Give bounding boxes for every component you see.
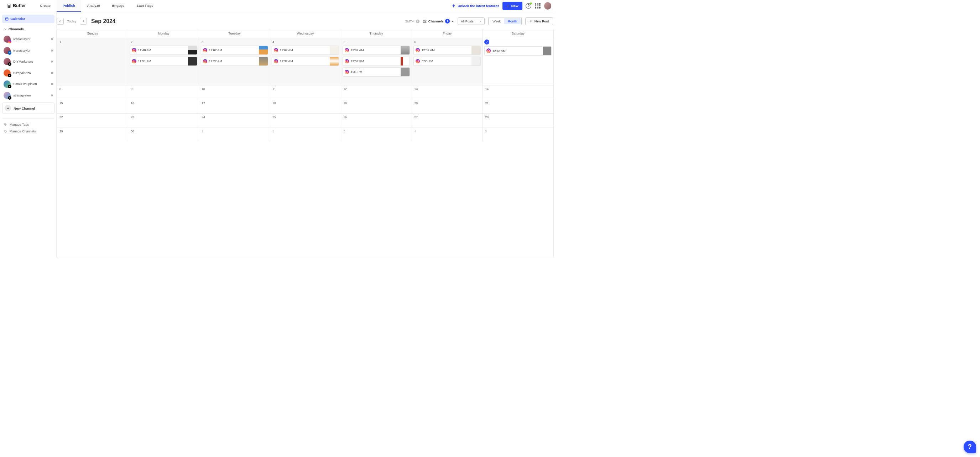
calendar-event[interactable]: 12:22 AM <box>201 57 268 66</box>
manage-channels-link[interactable]: Manage Channels <box>2 128 54 135</box>
day-number: 19 <box>342 101 348 105</box>
calendar-event[interactable]: 4:31 PM <box>342 67 410 76</box>
event-thumbnail <box>188 57 197 65</box>
nav-publish[interactable]: Publish <box>57 0 81 12</box>
calendar-day-cell[interactable]: 24 <box>199 114 270 127</box>
calendar-event[interactable]: 11:51 AM <box>130 57 197 66</box>
calendar-day-cell[interactable]: 20 <box>412 99 482 113</box>
event-thumbnail <box>471 57 480 65</box>
channels-header[interactable]: Channels <box>2 23 54 33</box>
nav-engage[interactable]: Engage <box>106 0 131 12</box>
calendar-day-cell[interactable]: 6 12:02 AM 3:55 PM <box>412 38 482 85</box>
calendar-day-cell[interactable]: 10 <box>199 86 270 99</box>
calendar-event[interactable]: 3:55 PM <box>414 57 481 66</box>
apps-button[interactable] <box>535 3 541 9</box>
event-time: 11:51 AM <box>138 59 187 63</box>
sidebar-item-calendar[interactable]: Calendar <box>2 14 54 24</box>
calendar-day-cell[interactable]: 5 12:02 AM 12:57 PM 4:31 PM <box>341 38 412 85</box>
calendar-day-cell[interactable]: 30 <box>128 127 199 142</box>
calendar-day-cell[interactable]: 2 <box>270 127 341 142</box>
calendar-day-cell[interactable]: 8 <box>57 86 128 99</box>
manage-tags-link[interactable]: Manage Tags <box>2 121 54 128</box>
calendar-grid: SundayMondayTuesdayWednesdayThursdayFrid… <box>57 29 554 258</box>
day-number: 23 <box>130 115 135 119</box>
calendar-day-cell[interactable]: 11 <box>270 86 341 99</box>
day-number: 5 <box>484 129 487 133</box>
calendar-day-cell[interactable]: 3 <box>341 127 412 142</box>
calendar-day-cell[interactable]: 1 <box>199 127 270 142</box>
sidebar-channel-item[interactable]: 𝕏 Bizapalooza 0 <box>2 67 54 79</box>
weekday-header: Tuesday <box>199 29 270 38</box>
new-channel-label: New Channel <box>14 106 35 110</box>
calendar-event[interactable]: 12:02 AM <box>201 46 268 55</box>
channels-dropdown[interactable]: Channels 1 <box>423 19 454 23</box>
weekday-header: Sunday <box>57 29 128 38</box>
view-week-button[interactable]: Week <box>489 18 504 24</box>
calendar-day-cell[interactable]: 28 <box>482 114 554 127</box>
calendar-day-cell[interactable]: 1 <box>57 38 128 85</box>
nav-analyze[interactable]: Analyze <box>81 0 106 12</box>
event-time: 12:02 AM <box>280 48 329 52</box>
today-button[interactable]: Today <box>66 19 77 23</box>
posts-filter-dropdown[interactable]: All Posts <box>458 17 485 25</box>
calendar-day-cell[interactable]: 16 <box>128 99 199 113</box>
calendar-day-cell[interactable]: 27 <box>412 114 482 127</box>
calendar-event[interactable]: 12:02 AM <box>342 46 410 55</box>
next-button[interactable] <box>80 18 86 25</box>
calendar-event[interactable]: 12:02 AM <box>272 46 339 55</box>
sidebar-channel-item[interactable]: 𝕏 strategystew 0 <box>2 90 54 101</box>
svg-rect-1 <box>423 20 425 21</box>
calendar-day-cell[interactable]: 21 <box>482 99 554 113</box>
logo[interactable]: Buffer <box>3 3 30 8</box>
calendar-day-cell[interactable]: 7 12:48 AM <box>482 38 554 85</box>
nav-create[interactable]: Create <box>34 0 57 12</box>
event-time: 12:02 AM <box>209 48 258 52</box>
prev-button[interactable] <box>57 18 64 25</box>
new-button[interactable]: New <box>503 2 522 10</box>
new-channel-button[interactable]: + New Channel <box>2 103 54 114</box>
event-thumbnail <box>401 68 409 76</box>
calendar-day-cell[interactable]: 9 <box>128 86 199 99</box>
calendar-day-cell[interactable]: 12 <box>341 86 412 99</box>
sidebar-channel-item[interactable]: 𝕏 SmallBizOpinion 0 <box>2 79 54 90</box>
timezone-label[interactable]: GMT-4 i <box>405 19 420 23</box>
channel-name-label: DIYMarketers <box>13 60 48 63</box>
calendar-event[interactable]: 11:32 AM <box>272 57 339 66</box>
calendar-event[interactable]: 12:48 AM <box>484 46 552 56</box>
day-number: 13 <box>414 87 418 91</box>
calendar-event[interactable]: 12:02 AM <box>414 46 481 55</box>
event-time: 12:02 AM <box>422 48 471 52</box>
weekday-header: Thursday <box>341 29 412 38</box>
calendar-day-cell[interactable]: 3 12:02 AM 12:22 AM <box>199 38 270 85</box>
new-post-button[interactable]: New Post <box>525 17 553 25</box>
sidebar-channel-item[interactable]: ivanastaylor 0 <box>2 33 54 45</box>
calendar-day-cell[interactable]: 23 <box>128 114 199 127</box>
calendar-day-cell[interactable]: 26 <box>341 114 412 127</box>
calendar-event[interactable]: 12:57 PM <box>342 57 410 66</box>
sidebar-channel-item[interactable]: in ivanastaylor 0 <box>2 45 54 56</box>
channels-dropdown-label: Channels <box>428 19 444 23</box>
calendar-day-cell[interactable]: 13 <box>412 86 482 99</box>
view-month-button[interactable]: Month <box>504 18 520 24</box>
day-number: 18 <box>272 101 277 105</box>
calendar-day-cell[interactable]: 14 <box>482 86 554 99</box>
calendar-day-cell[interactable]: 5 <box>482 127 554 142</box>
day-number: 27 <box>414 115 418 119</box>
calendar-day-cell[interactable]: 2 11:48 AM 11:51 AM <box>128 38 199 85</box>
calendar-day-cell[interactable]: 15 <box>57 99 128 113</box>
user-avatar[interactable] <box>544 2 551 9</box>
calendar-day-cell[interactable]: 22 <box>57 114 128 127</box>
nav-startpage[interactable]: Start Page <box>130 0 159 12</box>
calendar-day-cell[interactable]: 18 <box>270 99 341 113</box>
unlock-features-link[interactable]: Unlock the latest features <box>452 3 499 8</box>
calendar-day-cell[interactable]: 29 <box>57 127 128 142</box>
calendar-day-cell[interactable]: 4 <box>412 127 482 142</box>
calendar-event[interactable]: 11:48 AM <box>130 46 197 55</box>
calendar-day-cell[interactable]: 17 <box>199 99 270 113</box>
help-button[interactable]: ? <box>526 3 532 9</box>
calendar-day-cell[interactable]: 19 <box>341 99 412 113</box>
calendar-day-cell[interactable]: 25 <box>270 114 341 127</box>
channel-count: 0 <box>51 82 53 86</box>
sidebar-channel-item[interactable]: 𝕏 DIYMarketers 0 <box>2 56 54 67</box>
calendar-day-cell[interactable]: 4 12:02 AM 11:32 AM <box>270 38 341 85</box>
